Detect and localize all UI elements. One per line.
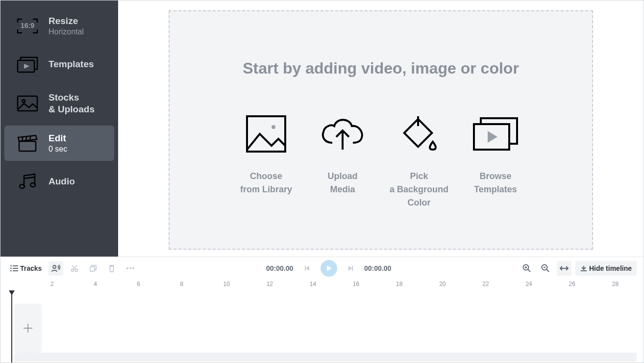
svg-rect-7 <box>247 116 285 152</box>
svg-point-14 <box>53 265 56 268</box>
canvas-dropzone[interactable]: Start by adding video, image or color Ch… <box>169 10 593 250</box>
ruler-tick: 22 <box>482 281 489 287</box>
svg-rect-4 <box>19 141 36 151</box>
svg-point-11 <box>10 265 11 266</box>
aspect-ratio-icon: 16:9 <box>16 16 39 36</box>
tracks-toggle-button[interactable]: Tracks <box>7 261 45 276</box>
svg-point-3 <box>22 100 25 103</box>
track-area[interactable] <box>0 291 644 363</box>
action-label: Upload Media <box>328 170 358 196</box>
paint-bucket-icon <box>397 112 441 156</box>
image-icon <box>16 94 39 113</box>
zoom-out-button[interactable] <box>538 261 553 276</box>
ruler-tick: 12 <box>267 281 273 287</box>
delete-button[interactable] <box>104 261 119 276</box>
svg-point-13 <box>10 270 11 271</box>
ruler-tick: 2 <box>50 281 54 287</box>
ruler-tick: 14 <box>310 281 316 287</box>
sidebar-item-sublabel: & Uploads <box>49 104 95 115</box>
clapperboard-icon <box>16 133 39 153</box>
sidebar-item-label: Edit <box>49 132 67 144</box>
hide-timeline-button[interactable]: Hide timeline <box>575 261 637 276</box>
choose-from-library-button[interactable]: Choose from Library <box>234 112 298 196</box>
dropzone-heading: Start by adding video, image or color <box>243 59 519 78</box>
audio-track-lane[interactable] <box>14 353 637 362</box>
sidebar-item-edit[interactable]: Edit 0 sec <box>4 126 114 161</box>
prev-frame-button[interactable] <box>300 261 315 276</box>
svg-point-8 <box>272 125 275 129</box>
next-frame-button[interactable] <box>343 261 358 276</box>
add-clip-button[interactable] <box>14 304 42 353</box>
action-label: Pick a Background Color <box>390 170 448 209</box>
sidebar-item-sublabel: 0 sec <box>49 144 67 154</box>
sidebar-item-label: Resize <box>49 15 84 27</box>
sidebar-item-audio[interactable]: Audio <box>4 165 114 198</box>
ruler-tick: 20 <box>439 281 446 287</box>
action-label: Browse Templates <box>474 170 517 196</box>
templates-icon <box>16 54 39 74</box>
ruler-tick: 6 <box>137 281 140 287</box>
image-icon <box>245 112 287 156</box>
ruler-tick: 4 <box>94 281 97 287</box>
pick-bg-color-button[interactable]: Pick a Background Color <box>387 112 451 209</box>
svg-point-12 <box>10 267 11 268</box>
more-button[interactable] <box>123 261 138 276</box>
sidebar-item-label: Audio <box>49 176 75 187</box>
cut-button[interactable] <box>67 261 82 276</box>
sidebar-item-templates[interactable]: Templates <box>4 48 114 81</box>
sidebar-item-sublabel: Horizontal <box>49 27 84 37</box>
zoom-in-button[interactable] <box>520 261 534 276</box>
svg-rect-17 <box>90 267 95 271</box>
playhead[interactable] <box>11 291 12 363</box>
sidebar-item-label: Stocks <box>49 92 95 104</box>
hide-timeline-label: Hide timeline <box>589 264 632 272</box>
play-button[interactable] <box>321 260 337 277</box>
ruler-tick: 18 <box>396 281 402 287</box>
total-time: 00:00.00 <box>362 264 394 272</box>
cloud-upload-icon <box>320 112 366 156</box>
svg-point-16 <box>75 269 78 271</box>
ruler-tick: 16 <box>353 281 359 287</box>
svg-point-18 <box>127 267 128 269</box>
sidebar: 16:9 Resize Horizontal Templates <box>0 0 118 257</box>
upload-media-button[interactable]: Upload Media <box>311 112 374 196</box>
ruler-tick: 10 <box>223 281 230 287</box>
svg-point-20 <box>133 267 134 269</box>
templates-stack-icon <box>472 112 519 156</box>
current-time: 00:00.00 <box>264 264 296 272</box>
svg-text:16:9: 16:9 <box>21 22 34 29</box>
music-icon <box>16 172 39 191</box>
browse-templates-button[interactable]: Browse Templates <box>464 112 527 196</box>
ruler-tick: 24 <box>525 281 532 287</box>
fit-width-button[interactable] <box>557 261 571 276</box>
ruler-tick: 28 <box>612 281 619 287</box>
ruler-tick: 26 <box>569 281 575 287</box>
tracks-label: Tracks <box>20 264 42 272</box>
sidebar-item-resize[interactable]: 16:9 Resize Horizontal <box>4 8 114 44</box>
svg-point-15 <box>72 269 74 271</box>
voiceover-button[interactable] <box>49 261 63 276</box>
action-label: Choose from Library <box>240 170 292 196</box>
ruler-tick: 8 <box>180 281 183 287</box>
timeline-toolbar: Tracks 00:00.00 00:00.00 Hide timeline <box>0 257 644 279</box>
copy-button[interactable] <box>86 261 100 276</box>
timeline-ruler[interactable]: 246810121416182022242628 <box>0 279 644 291</box>
sidebar-item-stocks[interactable]: Stocks & Uploads <box>4 85 114 122</box>
sidebar-item-label: Templates <box>49 58 94 70</box>
svg-rect-2 <box>18 96 37 111</box>
svg-point-19 <box>130 267 131 269</box>
canvas-area: Start by adding video, image or color Ch… <box>118 0 644 257</box>
